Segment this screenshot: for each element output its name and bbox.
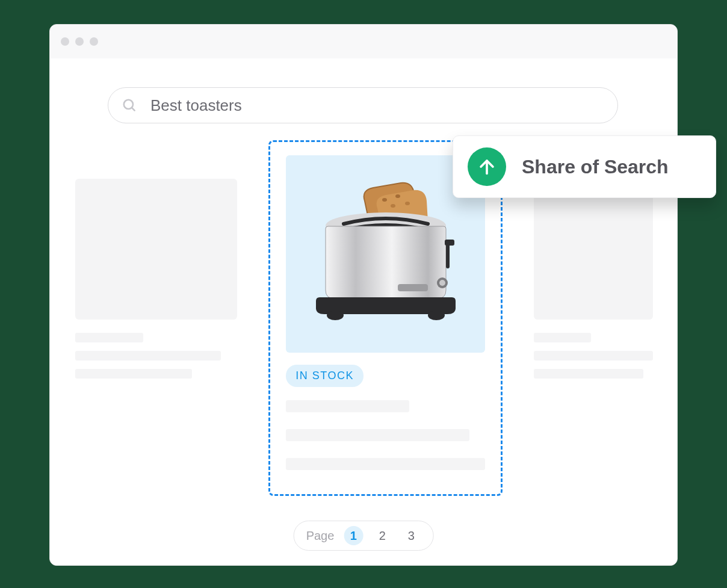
svg-point-5 [405, 202, 410, 205]
svg-point-13 [327, 311, 344, 320]
svg-point-2 [382, 198, 387, 202]
svg-point-3 [395, 194, 400, 198]
search-icon [122, 97, 137, 113]
placeholder-line [75, 351, 221, 361]
placeholder-line [534, 351, 653, 361]
svg-line-1 [132, 108, 135, 111]
placeholder-line [286, 400, 409, 412]
toaster-icon [308, 182, 464, 326]
pagination: Page 1 2 3 [294, 521, 434, 551]
svg-rect-12 [445, 240, 454, 246]
placeholder-line [75, 369, 192, 379]
window-close-button[interactable] [61, 37, 69, 46]
result-card-placeholder[interactable] [534, 179, 653, 496]
share-of-search-popup[interactable]: Share of Search [453, 135, 716, 198]
window-titlebar [50, 25, 677, 58]
product-image-placeholder [534, 179, 653, 320]
trend-up-icon [468, 147, 506, 186]
placeholder-line [286, 458, 485, 470]
search-input[interactable] [149, 96, 604, 116]
pagination-label: Page [306, 529, 335, 543]
stock-badge: IN STOCK [286, 365, 364, 387]
placeholder-line [75, 333, 143, 342]
page-number-3[interactable]: 3 [401, 526, 421, 545]
search-results-row: IN STOCK [75, 179, 653, 496]
page-number-1[interactable]: 1 [344, 526, 363, 545]
placeholder-line [534, 333, 591, 342]
search-bar[interactable] [108, 87, 618, 123]
window-minimize-button[interactable] [75, 37, 84, 46]
svg-point-10 [439, 280, 445, 286]
svg-rect-8 [398, 284, 428, 291]
page-content: IN STOCK Page 1 2 3 [50, 58, 677, 565]
result-card-placeholder[interactable] [75, 179, 237, 496]
window-zoom-button[interactable] [90, 37, 98, 46]
svg-point-4 [391, 204, 395, 208]
browser-window: IN STOCK Page 1 2 3 [49, 24, 678, 566]
page-number-2[interactable]: 2 [373, 526, 392, 545]
popup-title: Share of Search [522, 156, 669, 178]
placeholder-line [534, 369, 643, 379]
svg-point-14 [428, 311, 445, 320]
placeholder-line [286, 429, 469, 441]
product-image-placeholder [75, 179, 237, 320]
